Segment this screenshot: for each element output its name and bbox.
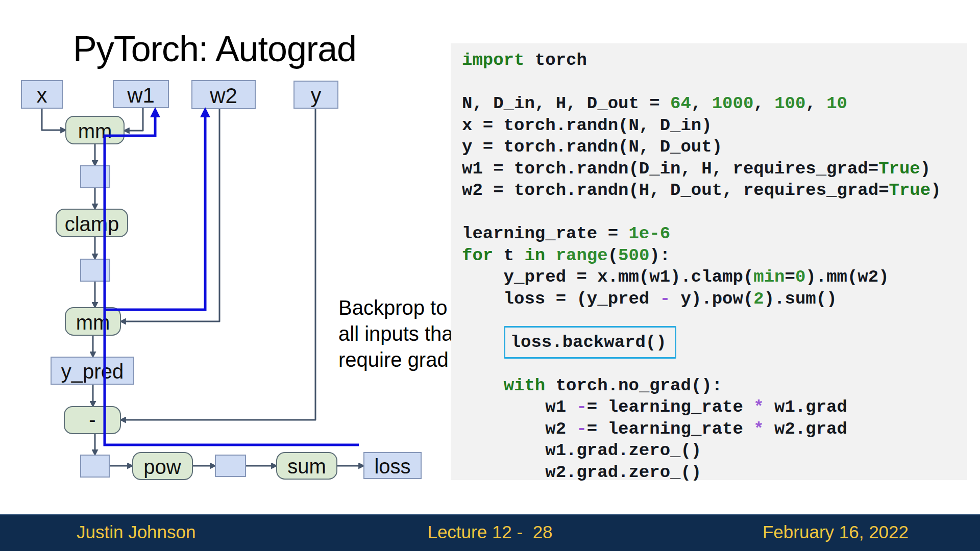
code-token: for — [462, 246, 493, 265]
code-token: ) — [920, 159, 930, 179]
code-line: w2.grad.zero_() — [462, 462, 967, 484]
footer-date: February 16, 2022 — [763, 515, 909, 551]
code-token: w1.grad — [764, 397, 847, 417]
code-token: True — [889, 181, 931, 200]
code-token: 0 — [795, 267, 805, 287]
code-token: 10 — [826, 94, 847, 113]
code-line: loss.backward() — [462, 332, 967, 354]
footer-author: Justin Johnson — [77, 515, 195, 551]
code-highlight-box: loss.backward() — [504, 326, 676, 359]
node-minus-label: - — [89, 408, 95, 431]
code-token: = learning_rate — [587, 419, 753, 439]
node-x-label: x — [37, 83, 47, 107]
node-x: x — [21, 81, 62, 108]
code-token — [545, 246, 555, 265]
node-w2: w2 — [192, 81, 255, 109]
code-lines: import torchN, D_in, H, D_out = 64, 1000… — [462, 49, 967, 483]
code-token: 64 — [670, 94, 691, 113]
code-token — [462, 376, 504, 395]
code-token: , — [753, 94, 774, 113]
code-line: w1 = torch.randn(D_in, H, requires_grad=… — [462, 158, 967, 180]
code-token: w2.grad — [764, 419, 847, 439]
code-token: ) — [930, 181, 941, 200]
code-token: import — [462, 51, 524, 70]
code-token: 1e-6 — [628, 224, 670, 243]
code-token: w2 — [462, 419, 576, 439]
code-line: import torch — [462, 49, 967, 71]
code-line: w1.grad.zero_() — [462, 440, 967, 462]
code-token: 1000 — [712, 94, 754, 113]
node-w1: w1 — [113, 81, 168, 108]
node-clamp-label: clamp — [65, 213, 119, 235]
footer-bar: Justin Johnson Lecture 12 - 28 February … — [0, 514, 980, 551]
node-sum: sum — [277, 453, 337, 479]
code-token: - — [576, 419, 586, 439]
code-token: N, D_in, H, D_out = — [462, 94, 670, 113]
code-token: torch — [524, 51, 586, 70]
code-token: loss = (y_pred — [462, 289, 660, 309]
code-token: learning_rate = — [462, 224, 628, 243]
code-token: y_pred = x.mm(w1).clamp( — [462, 267, 753, 287]
code-token: y = torch.randn(N, D_out) — [462, 137, 722, 157]
code-token: , — [805, 94, 826, 113]
code-line: w2 = torch.randn(H, D_out, requires_grad… — [462, 180, 967, 202]
footer-lecture-page: Lecture 12 - 28 — [427, 515, 552, 551]
code-token: in — [524, 246, 545, 265]
code-token: * — [753, 397, 764, 417]
code-token: = learning_rate — [587, 397, 753, 417]
code-token: t — [493, 246, 524, 265]
edge-w1-mm1 — [128, 108, 143, 131]
code-token: 2 — [753, 289, 764, 309]
code-token: ).sum() — [764, 289, 837, 309]
code-line: N, D_in, H, D_out = 64, 1000, 100, 10 — [462, 93, 967, 115]
code-token: True — [878, 159, 920, 179]
node-clamp: clamp — [56, 209, 128, 237]
code-token: with — [504, 376, 546, 395]
code-line: w1 -= learning_rate * w1.grad — [462, 396, 967, 418]
code-token: torch.no_grad(): — [545, 376, 722, 395]
code-token: w1.grad.zero_() — [462, 441, 701, 460]
code-token: - — [660, 289, 670, 309]
node-mm1: mm — [66, 116, 124, 144]
node-sum-label: sum — [287, 455, 326, 478]
node-y: y — [294, 81, 338, 108]
tensor-node-intermediate-3 — [81, 455, 109, 477]
code-token: y).pow( — [670, 289, 753, 309]
code-line: learning_rate = 1e-6 — [462, 223, 967, 245]
code-token: w2 = torch.randn(H, D_out, requires_grad… — [462, 181, 889, 200]
code-line — [462, 202, 967, 223]
computational-graph: x w1 w2 y y_pred loss — [0, 0, 449, 490]
code-token: 500 — [618, 246, 649, 265]
code-token: ( — [608, 246, 618, 265]
code-token: range — [556, 246, 608, 265]
code-token: - — [576, 397, 586, 417]
code-line: y = torch.randn(N, D_out) — [462, 136, 967, 158]
slide: PyTorch: Autograd — [0, 0, 980, 551]
node-w1-label: w1 — [127, 83, 155, 107]
code-line — [462, 71, 967, 93]
code-token: , — [691, 94, 712, 113]
code-line: loss = (y_pred - y).pow(2).sum() — [462, 288, 967, 310]
node-loss-label: loss — [374, 455, 410, 478]
backprop-path-loss-to-w1 — [105, 114, 359, 445]
code-token: x = torch.randn(N, D_in) — [462, 116, 712, 135]
edge-x-mm1 — [42, 108, 62, 130]
code-token: min — [753, 267, 785, 287]
node-loss: loss — [364, 453, 421, 479]
code-token: ).mm(w2) — [805, 267, 889, 287]
code-token: = — [785, 267, 795, 287]
node-pow-label: pow — [143, 456, 181, 478]
code-token: 100 — [774, 94, 805, 113]
node-y-pred: y_pred — [51, 357, 134, 384]
code-line: x = torch.randn(N, D_in) — [462, 115, 967, 137]
code-line: y_pred = x.mm(w1).clamp(min=0).mm(w2) — [462, 266, 967, 288]
tensor-node-intermediate-4 — [215, 455, 246, 477]
code-token: ): — [649, 246, 670, 265]
node-pow: pow — [133, 453, 192, 480]
node-minus: - — [64, 407, 120, 434]
code-line: w2 -= learning_rate * w2.grad — [462, 418, 967, 440]
code-token: w1 — [462, 397, 576, 417]
node-w2-label: w2 — [209, 84, 237, 108]
code-token: * — [753, 419, 764, 439]
node-mm2: mm — [65, 308, 120, 335]
